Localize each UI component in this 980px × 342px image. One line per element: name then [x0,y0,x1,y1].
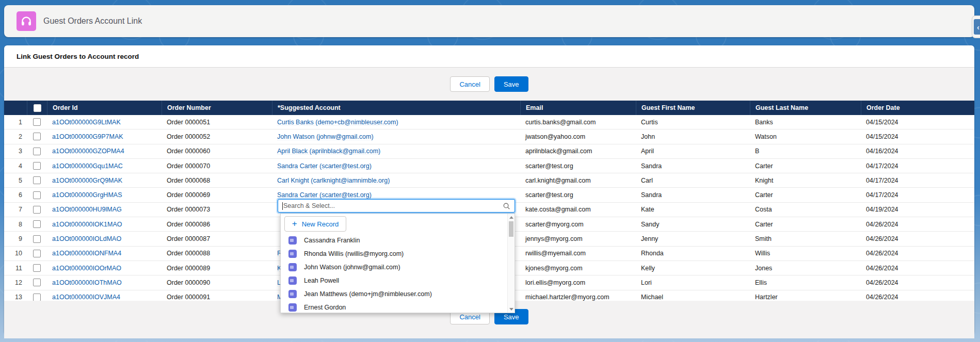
order-id-link[interactable]: a1OOt000000Gqu1MAC [52,162,123,170]
row-checkbox-cell [27,133,47,140]
page: Guest Orders Account Link ‹ Link Guest O… [0,0,980,342]
cancel-button[interactable]: Cancel [450,76,489,92]
select-all-checkbox[interactable] [34,104,41,112]
order-id-cell: a1OOt000000GrgHMAS [47,191,162,199]
row-checkbox[interactable] [33,191,41,199]
row-checkbox[interactable] [33,162,41,170]
row-checkbox[interactable] [33,279,41,286]
lookup-option[interactable]: John Watson (johnw@gmail.com) [281,260,515,274]
order-id-link[interactable]: a1OOt000000IOVJMA4 [52,294,120,301]
order-id-cell: a1OOt000000IOLdMAO [47,235,162,242]
order-id-cell: a1OOt000000GZOPMA4 [47,148,162,155]
scrollbar-thumb[interactable] [509,221,513,237]
lookup-placeholder: Search & Select... [283,202,503,209]
order-id-link[interactable]: a1OOt000000G9P7MAK [52,133,123,140]
lookup-option[interactable]: Jean Matthews (demo+jm@nimbleuser.com) [281,287,515,301]
row-checkbox[interactable] [33,133,41,140]
suggested-account-cell: Sandra Carter (scarter@test.org) [272,191,520,199]
order-id-link[interactable]: a1OOt000000G9LtMAK [52,119,121,126]
row-checkbox-cell [27,294,47,301]
order-id-link[interactable]: a1OOt000000IOLdMAO [52,235,121,242]
last-name-cell: Carter [750,221,861,228]
suggested-account-link[interactable]: Curtis Banks (demo+cb@nimbleuser.com) [277,119,398,126]
suggested-account-link[interactable]: Carl Knight (carlknight@iamnimble.org) [277,177,390,184]
lookup-option[interactable]: Leah Powell [281,274,515,287]
order-number-cell: Order 0000089 [162,265,272,272]
order-id-link[interactable]: a1OOt000000IOK1MAO [52,221,122,228]
row-checkbox-cell [27,250,47,257]
scroll-down-icon[interactable] [508,306,515,312]
last-name-cell: Ellis [750,279,861,286]
top-toolbar: Cancel Save [4,68,974,101]
row-checkbox[interactable] [33,176,41,184]
row-checkbox[interactable] [33,220,41,228]
order-id-link[interactable]: a1OOt000000HU9lMAG [52,206,122,213]
order-date-cell: 04/19/2024 [861,206,974,213]
order-date-cell: 04/17/2024 [861,162,974,170]
table-row: 2 a1OOt000000G9P7MAK Order 0000052 John … [4,129,974,144]
account-lookup-input[interactable]: Search & Select... [278,199,515,213]
account-lookup-dropdown: + New Record Cassandra Franklin Rhonda W… [280,213,515,313]
lookup-option-label: Cassandra Franklin [304,237,360,244]
order-id-cell: a1OOt000000HU9lMAG [47,206,162,213]
order-id-cell: a1OOt000000GrQ9MAK [47,177,162,184]
lookup-option[interactable]: Cassandra Franklin [281,234,515,247]
order-number-cell: Order 0000091 [162,294,272,301]
order-id-link[interactable]: a1OOt000000GrQ9MAK [52,177,122,184]
table-header: Order Id Order Number *Suggested Account… [4,101,974,115]
last-name-cell: Banks [750,119,861,126]
lookup-option[interactable]: Ernest Gordon [281,301,515,314]
save-button[interactable]: Save [494,76,528,92]
table-row: 5 a1OOt000000GrQ9MAK Order 0000068 Carl … [4,173,974,188]
order-date-cell: 04/15/2024 [861,133,974,140]
suggested-account-cell: April Black (aprilnblack@gmail.com) [272,148,520,155]
link-guest-orders-card: Link Guest Orders to Account record Canc… [4,45,974,334]
suggested-account-link[interactable]: John Watson (johnw@gmail.com) [277,133,374,140]
order-id-link[interactable]: a1OOt000000IOOrMAO [52,265,121,272]
email-cell: kjones@myorg.com [520,265,636,272]
suggested-account-link[interactable]: Sandra Carter (scarter@test.org) [277,191,372,199]
row-checkbox-cell [27,162,47,170]
row-checkbox[interactable] [33,206,41,214]
row-checkbox[interactable] [33,294,41,301]
order-id-link[interactable]: a1OOt000000IONFMA4 [52,250,121,257]
suggested-account-cell: Carl Knight (carlknight@iamnimble.org) [272,177,520,184]
row-number: 9 [4,235,27,242]
row-checkbox[interactable] [33,264,41,272]
account-icon [288,290,297,298]
email-cell: scarter@myorg.com [520,221,636,228]
order-date-cell: 04/16/2024 [861,148,974,155]
text-cursor [282,202,283,210]
row-checkbox[interactable] [33,250,41,257]
order-id-cell: a1OOt000000Gqu1MAC [47,162,162,170]
col-order-id: Order Id [47,101,162,115]
email-cell: scarter@test.org [520,162,636,170]
email-cell: jwatson@yahoo.com [520,133,636,140]
first-name-cell: Lori [636,279,750,286]
plus-icon: + [292,219,297,228]
lookup-option-label: Leah Powell [304,277,339,284]
row-number: 10 [4,250,27,257]
account-icon [288,303,297,312]
first-name-cell: Jenny [636,235,750,242]
scroll-up-icon[interactable] [508,214,515,220]
row-checkbox[interactable] [33,235,41,243]
order-id-link[interactable]: a1OOt000000IOThMAO [52,279,122,286]
email-cell: carl.knight@gmail.com [520,177,636,184]
dropdown-scrollbar[interactable] [507,214,515,313]
lookup-option[interactable]: Rhonda Willis (rwillis@myorg.com) [281,247,515,260]
row-number: 13 [4,294,27,301]
order-id-link[interactable]: a1OOt000000GZOPMA4 [52,148,124,155]
new-record-button[interactable]: + New Record [284,216,346,232]
suggested-account-link[interactable]: Sandra Carter (scarter@test.org) [277,162,372,170]
row-checkbox[interactable] [33,148,41,155]
suggested-account-cell: John Watson (johnw@gmail.com) [272,133,520,140]
order-number-cell: Order 0000069 [162,191,272,199]
collapse-panel-tab[interactable]: ‹ [972,15,980,38]
first-name-cell: Rhonda [636,250,750,257]
suggested-account-link[interactable]: April Black (aprilnblack@gmail.com) [277,148,380,155]
row-number: 12 [4,279,27,286]
order-id-link[interactable]: a1OOt000000GrgHMAS [52,191,122,199]
first-name-cell: Kate [636,206,750,213]
row-checkbox[interactable] [33,118,41,126]
